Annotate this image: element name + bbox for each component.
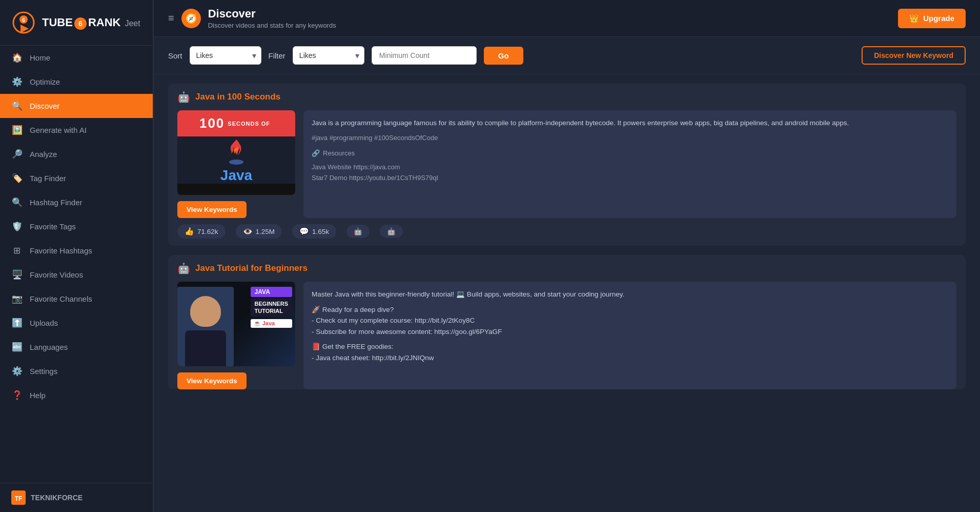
filter-bar: Sort Likes Views Comments Date Filter Li… (154, 37, 980, 74)
discover-new-keyword-button[interactable]: Discover New Keyword (862, 46, 966, 65)
likes-count-1: 71.62k (197, 228, 218, 235)
sort-label: Sort (168, 51, 182, 60)
sidebar-item-analyze[interactable]: 🔎 Analyze (0, 142, 153, 166)
logo-rank: RANK (88, 16, 121, 29)
sidebar-item-favorite-hashtags[interactable]: ⊞ Favorite Hashtags (0, 239, 153, 263)
comments-count-1: 1.65k (312, 228, 329, 235)
video-tags-1: #java #programming #100SecondsOfCode (312, 133, 948, 144)
extra-stat-1b: 🤖 (380, 225, 403, 238)
sidebar-item-tag-finder[interactable]: 🏷️ Tag Finder (0, 166, 153, 190)
logo-tube: TUBE (42, 16, 73, 29)
min-count-input[interactable] (372, 46, 477, 65)
discover-page-icon: 🧭 (181, 9, 201, 28)
sidebar-item-favorite-hashtags-label: Favorite Hashtags (30, 246, 92, 255)
views-stat-1: 👁️ 1.25M (236, 224, 282, 239)
video-card-2: 🤖 Java Tutorial for Beginners (168, 255, 966, 389)
svg-text:6: 6 (22, 17, 25, 23)
sidebar-item-favorite-tags-label: Favorite Tags (30, 222, 76, 231)
sidebar-nav: 🏠 Home ⚙️ Optimize 🔍 Discover 🖼️ Generat… (0, 46, 153, 407)
sidebar-item-settings[interactable]: ⚙️ Settings (0, 359, 153, 383)
sidebar-item-hashtag-finder[interactable]: 🔍 Hashtag Finder (0, 190, 153, 214)
favorite-videos-icon: 🖥️ (11, 269, 23, 280)
sidebar-item-discover[interactable]: 🔍 Discover (0, 94, 153, 118)
ai-icon-1: 🤖 (177, 91, 190, 103)
video-description-1: Java is a programming language famous fo… (303, 110, 956, 218)
svg-text:TF: TF (15, 495, 23, 502)
filter-label: Filter (269, 51, 285, 60)
video-card-2-body: JAVA BEGINNERSTUTORIAL ☕ Java View Keywo… (168, 274, 966, 389)
person-silhouette (177, 287, 234, 366)
teknikforce-footer: TF TEKNIKFORCE (0, 483, 153, 512)
video-card-2-header: 🤖 Java Tutorial for Beginners (168, 255, 966, 274)
logo-jeet: Jeet (125, 19, 140, 28)
page-subtitle: Discover videos and stats for any keywor… (208, 22, 336, 29)
robot-icon-1: 🤖 (354, 227, 362, 235)
sidebar-item-discover-label: Discover (30, 102, 59, 110)
content-area: 🤖 Java in 100 Seconds 100 SECONDS OF (154, 74, 980, 512)
sidebar-item-home[interactable]: 🏠 Home (0, 46, 153, 70)
link-icon: 🔗 (312, 148, 320, 159)
video-card-1: 🤖 Java in 100 Seconds 100 SECONDS OF (168, 84, 966, 246)
video-card-1-body: 100 SECONDS OF Java (168, 103, 966, 218)
sidebar-item-help[interactable]: ❓ Help (0, 383, 153, 407)
uploads-icon: ⬆️ (11, 318, 23, 328)
java-flame-icon (224, 136, 249, 165)
sort-select-wrapper: Likes Views Comments Date (190, 46, 261, 65)
crown-icon: 👑 (909, 14, 919, 23)
sidebar-item-settings-label: Settings (30, 367, 57, 376)
robot-icon-2: 🤖 (387, 227, 396, 235)
video-title-1[interactable]: Java in 100 Seconds (195, 92, 280, 102)
extra-stat-1a: 🤖 (346, 225, 370, 238)
sidebar-item-home-label: Home (30, 53, 50, 62)
sidebar-item-uploads-label: Uploads (30, 319, 58, 327)
upgrade-button[interactable]: 👑 Upgrade (898, 9, 966, 28)
hashtag-finder-icon: 🔍 (11, 197, 23, 208)
sidebar-item-favorite-channels-label: Favorite Channels (30, 294, 92, 303)
view-keywords-btn-2[interactable]: View Keywords (177, 372, 247, 389)
likes-stat-1: 👍 71.62k (177, 224, 226, 239)
sidebar-item-favorite-videos-label: Favorite Videos (30, 270, 83, 279)
sidebar-item-optimize[interactable]: ⚙️ Optimize (0, 70, 153, 94)
settings-icon: ⚙️ (11, 366, 23, 377)
languages-icon: 🔤 (11, 342, 23, 352)
sidebar-item-generate-ai[interactable]: 🖼️ Generate with AI (0, 118, 153, 142)
generate-ai-icon: 🖼️ (11, 125, 23, 135)
sort-select[interactable]: Likes Views Comments Date (190, 46, 261, 65)
video-links-1: Java Website https://java.com Star7 Demo… (312, 162, 948, 184)
home-icon: 🏠 (11, 52, 23, 63)
sidebar-item-generate-ai-label: Generate with AI (30, 126, 87, 134)
thumbs-up-icon: 👍 (185, 227, 194, 236)
sidebar-item-favorite-channels[interactable]: 📷 Favorite Channels (0, 287, 153, 311)
go-button[interactable]: Go (484, 47, 523, 65)
thumb-java-label: Java (220, 167, 252, 184)
filter-select-wrapper: Likes Views Comments (293, 46, 364, 65)
sidebar-item-favorite-videos[interactable]: 🖥️ Favorite Videos (0, 263, 153, 287)
main-area: ≡ 🧭 Discover Discover videos and stats f… (154, 0, 980, 512)
video-desc-text-1: Java is a programming language famous fo… (312, 117, 948, 129)
java-logo-badge: ☕ Java (251, 319, 292, 328)
video-title-2[interactable]: Java Tutorial for Beginners (195, 263, 308, 273)
video-resources-1: 🔗 Resources (312, 148, 948, 159)
video-2-thumb-area: JAVA BEGINNERSTUTORIAL ☕ Java View Keywo… (177, 282, 303, 389)
sidebar-item-uploads[interactable]: ⬆️ Uploads (0, 311, 153, 335)
java-badge: JAVA (251, 287, 292, 297)
logo-circle: 6 (74, 17, 87, 30)
sidebar-item-favorite-tags[interactable]: 🛡️ Favorite Tags (0, 214, 153, 239)
topbar: ≡ 🧭 Discover Discover videos and stats f… (154, 0, 980, 37)
svg-point-7 (229, 160, 243, 165)
sidebar-item-help-label: Help (30, 391, 46, 400)
hamburger-icon[interactable]: ≡ (168, 12, 174, 24)
logo-icon: 6 (10, 9, 37, 36)
video-desc-extra2-2: 📕 Get the FREE goodies: - Java cheat she… (312, 341, 948, 363)
sidebar-item-languages[interactable]: 🔤 Languages (0, 335, 153, 359)
sidebar-item-optimize-label: Optimize (30, 77, 60, 86)
favorite-tags-icon: 🛡️ (11, 221, 23, 232)
favorite-channels-icon: 📷 (11, 293, 23, 304)
sidebar-item-analyze-label: Analyze (30, 150, 57, 159)
teknikforce-label: TEKNIKFORCE (31, 494, 83, 502)
beginners-badge: BEGINNERSTUTORIAL (251, 299, 292, 317)
filter-select[interactable]: Likes Views Comments (293, 46, 364, 65)
video-card-1-footer: 👍 71.62k 👁️ 1.25M 💬 1.65k 🤖 🤖 (168, 218, 966, 246)
view-keywords-btn-1[interactable]: View Keywords (177, 201, 247, 218)
favorite-hashtags-icon: ⊞ (11, 245, 23, 256)
